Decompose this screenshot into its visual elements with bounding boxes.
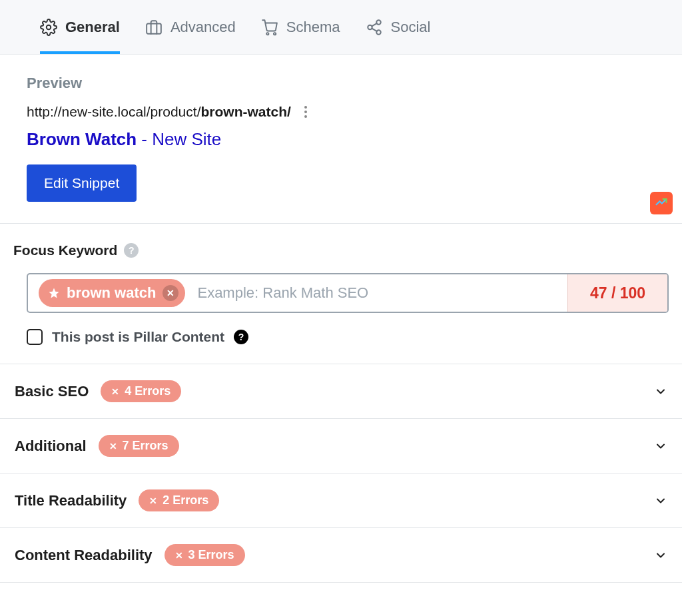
chevron-down-icon (654, 494, 667, 507)
error-count: 2 Errors (163, 493, 208, 507)
svg-point-9 (304, 106, 307, 109)
star-icon (48, 287, 60, 299)
svg-line-7 (372, 23, 376, 26)
briefcase-icon (145, 19, 163, 36)
chevron-down-icon (654, 549, 667, 562)
serp-title-site: New Site (152, 129, 221, 149)
preview-label: Preview (27, 75, 655, 92)
svg-rect-1 (147, 23, 161, 33)
tab-label: Social (391, 19, 431, 36)
error-badge: ✕ 3 Errors (165, 544, 245, 566)
share-icon (366, 19, 383, 36)
serp-title-sep: - (137, 129, 152, 149)
preview-url-prefix: http://new-site.local/product/ (27, 104, 200, 119)
kebab-menu-icon[interactable] (300, 105, 311, 119)
error-count: 3 Errors (188, 548, 234, 562)
edit-snippet-button[interactable]: Edit Snippet (27, 164, 137, 202)
focus-keyword-input[interactable] (197, 284, 557, 302)
x-icon: ✕ (149, 495, 157, 506)
focus-keyword-section: Focus Keyword ? brown watch ✕ 47 / 100 T… (0, 224, 682, 345)
acc-title-readability[interactable]: Title Readability ✕ 2 Errors (0, 473, 682, 528)
acc-basic-seo[interactable]: Basic SEO ✕ 4 Errors (0, 364, 682, 419)
preview-serp-title: Brown Watch - New Site (27, 129, 655, 150)
preview-url-slug: brown-watch/ (200, 104, 290, 119)
svg-point-11 (304, 115, 307, 118)
remove-chip-icon[interactable]: ✕ (163, 285, 178, 301)
tab-schema[interactable]: Schema (261, 0, 340, 54)
acc-content-readability[interactable]: Content Readability ✕ 3 Errors (0, 528, 682, 583)
acc-title: Title Readability (15, 492, 127, 509)
svg-point-2 (266, 33, 268, 35)
svg-line-8 (372, 28, 376, 31)
tab-advanced[interactable]: Advanced (145, 0, 236, 54)
chevron-down-icon (654, 385, 667, 398)
acc-title: Additional (15, 438, 87, 455)
x-icon: ✕ (111, 386, 119, 397)
tab-social[interactable]: Social (366, 0, 431, 54)
error-badge: ✕ 7 Errors (99, 435, 179, 457)
acc-title: Content Readability (15, 547, 153, 564)
error-count: 7 Errors (123, 439, 169, 453)
pillar-content-label: This post is Pillar Content (52, 329, 224, 345)
error-badge: ✕ 2 Errors (139, 489, 219, 511)
keyword-chip-text: brown watch (67, 284, 156, 302)
svg-point-10 (304, 111, 307, 113)
tab-label: Schema (286, 19, 340, 36)
error-count: 4 Errors (125, 384, 170, 398)
svg-point-0 (47, 25, 51, 29)
error-badge: ✕ 4 Errors (101, 380, 181, 402)
tab-label: General (65, 19, 120, 36)
x-icon: ✕ (109, 441, 117, 452)
seo-sections-accordion: Basic SEO ✕ 4 Errors Additional ✕ 7 Erro… (0, 364, 682, 583)
keyword-chip[interactable]: brown watch ✕ (39, 279, 185, 307)
help-icon[interactable]: ? (124, 243, 139, 258)
acc-title: Basic SEO (15, 383, 89, 400)
trend-widget-button[interactable] (650, 192, 673, 214)
tabs-bar: General Advanced Schema Social (0, 0, 682, 55)
gear-icon (40, 19, 57, 36)
chevron-down-icon (654, 440, 667, 453)
focus-keyword-field: brown watch ✕ 47 / 100 (27, 273, 669, 313)
seo-score-badge: 47 / 100 (567, 274, 667, 312)
help-icon[interactable]: ? (234, 330, 248, 344)
trend-arrow-icon (655, 195, 668, 211)
preview-url-row: http://new-site.local/product/brown-watc… (27, 104, 655, 120)
tab-general[interactable]: General (40, 0, 120, 54)
x-icon: ✕ (175, 550, 183, 561)
acc-additional[interactable]: Additional ✕ 7 Errors (0, 419, 682, 473)
tab-label: Advanced (170, 19, 236, 36)
serp-title-main: Brown Watch (27, 129, 137, 149)
pillar-content-checkbox[interactable] (27, 329, 43, 345)
focus-keyword-label: Focus Keyword (13, 242, 117, 258)
preview-section: Preview http://new-site.local/product/br… (0, 55, 682, 202)
svg-point-3 (274, 33, 276, 35)
cart-icon (261, 19, 278, 36)
